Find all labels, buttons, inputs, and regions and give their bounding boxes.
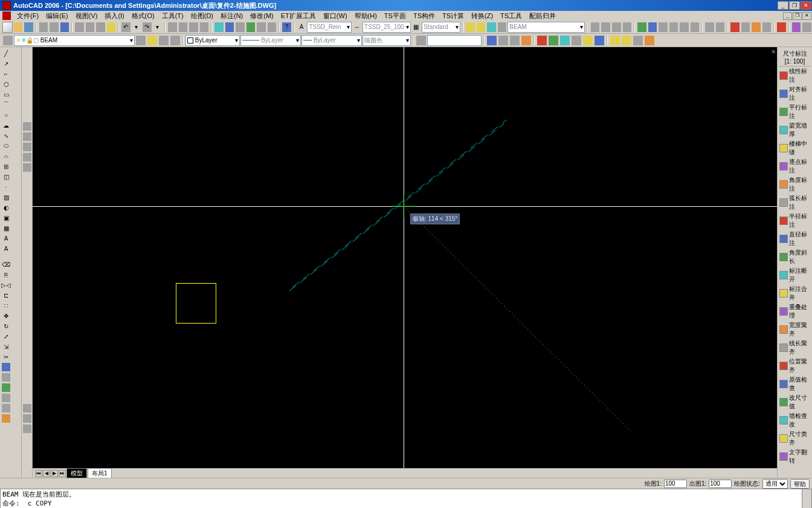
layer-state-button[interactable] [158,35,169,46]
doc-close-button[interactable]: ✕ [802,12,811,20]
rpanel-item[interactable]: 逐点标注 [779,157,811,175]
ellipse-arc-tool[interactable]: ⌓ [1,151,11,161]
ref-3[interactable] [509,35,520,46]
fillet-tool[interactable] [1,393,11,403]
rpanel-item[interactable]: 线长聚齐 [779,339,811,357]
rpanel-item[interactable]: 宽度聚齐 [779,321,811,339]
draw-state-select[interactable]: 通用 [762,479,788,489]
menu-file[interactable]: 文件(F) [13,11,42,21]
command-input-mini[interactable] [427,35,482,46]
redo-button[interactable]: ↷ [142,22,152,33]
polygon-tool[interactable]: ⬡ [1,79,11,89]
rpanel-item[interactable]: 角度标注 [779,175,811,194]
rotate-tool[interactable]: ↻ [1,321,11,331]
ref-2[interactable] [498,35,509,46]
tablestyle-select[interactable]: Standard▾ [422,22,460,33]
menu-convert[interactable]: 转换(Z) [468,11,497,21]
rpanel-item[interactable]: 线性标注 [779,67,811,85]
spline-tool[interactable]: ∿ [1,131,11,140]
ref-4[interactable] [521,35,532,46]
tab-model[interactable]: 模型 [66,468,87,478]
color-select[interactable]: ByLayer▾ [185,35,240,46]
rpanel-item[interactable]: 对齐标注 [779,85,811,103]
tab-nav-last[interactable]: ⏭ [59,470,66,477]
rpanel-item[interactable]: 弧长标注 [779,194,811,212]
table-tool[interactable]: ▦ [1,223,11,233]
rpanel-item[interactable]: 文字翻转 [779,448,811,466]
break-tool[interactable] [1,373,11,382]
preview-button[interactable] [49,22,59,33]
trim-tool[interactable]: ✂ [1,352,11,362]
props-button[interactable] [214,22,224,33]
text-tool[interactable]: A [1,244,11,253]
dc-button[interactable] [225,22,235,33]
menu-rebar[interactable]: 配筋归并 [526,11,559,21]
sheet-button[interactable] [246,22,256,33]
modify-7[interactable] [658,22,668,33]
array-tool[interactable]: ∷ [1,301,11,310]
undo-dd[interactable]: ▾ [132,22,142,33]
modify-19[interactable] [802,22,812,33]
scale-tool[interactable]: ⤢ [1,331,11,341]
rpanel-item[interactable]: 楼梯中缝 [779,139,811,157]
zoom-prev-button[interactable] [199,22,210,33]
ellipse-tool[interactable]: ⬭ [1,141,11,151]
copy-tool[interactable]: ⎘ [1,270,11,279]
ts-7[interactable] [610,35,620,46]
menu-window[interactable]: 窗口(W) [320,11,351,21]
layer-icon-3[interactable] [486,22,497,33]
region-tool[interactable]: ▣ [1,213,11,223]
ts-5[interactable] [582,35,593,46]
calc-button[interactable] [267,22,277,33]
linetype-select[interactable]: ──── ByLayer▾ [240,35,301,46]
menu-tstool[interactable]: TS工具 [497,11,526,21]
plotstyle-select[interactable]: 随颜色▾ [362,35,411,46]
layer-iso-button[interactable] [147,35,158,46]
menu-tscomp[interactable]: TS构件 [410,11,439,21]
rpanel-item[interactable]: 重叠处理 [779,302,811,321]
modify-2[interactable] [601,22,611,33]
menu-tools[interactable]: 工具(T) [158,11,187,21]
zoom-rt-button[interactable] [178,22,188,33]
close-button[interactable]: ✕ [801,1,811,10]
plot-scale-input[interactable] [709,480,732,488]
menu-insert[interactable]: 插入(I) [101,11,127,21]
gradient-tool[interactable]: ◐ [1,203,11,212]
modify-3[interactable] [611,22,622,33]
modify-8[interactable] [669,22,679,33]
mtext-tool[interactable]: A [1,233,11,243]
doc-minimize-button[interactable]: _ [783,12,792,20]
modify-15[interactable] [751,22,761,33]
line-tool[interactable]: ╱ [1,48,11,58]
menu-modify[interactable]: 修改(M) [246,11,277,21]
mirror-tool[interactable]: ▷◁ [1,280,11,290]
insert-tool[interactable]: ⊞ [1,161,11,171]
markup-button[interactable] [256,22,266,33]
s1[interactable] [22,122,32,131]
tab-layout1[interactable]: 布局1 [88,468,112,478]
help-small-button[interactable]: 帮助 [790,479,810,489]
modify-1[interactable] [590,22,601,33]
rpanel-item[interactable]: 标注断开 [779,266,811,284]
menu-help[interactable]: 帮助(H) [351,11,381,21]
offset-tool[interactable]: ⊏ [1,290,11,300]
pline-tool[interactable]: ⌐ [1,69,11,79]
ts-8[interactable] [621,35,632,46]
extend-tool[interactable] [1,362,11,372]
modify-10[interactable] [690,22,700,33]
layer-match-button[interactable] [170,35,181,46]
layer-prev-button[interactable] [135,35,146,46]
s7[interactable] [22,414,32,423]
textstyle-icon[interactable]: A [297,22,307,33]
ref-1[interactable] [486,35,497,46]
modify-17[interactable] [776,22,787,33]
arc-tool[interactable]: ⌒ [1,100,11,109]
tool-palettes-button[interactable] [235,22,245,33]
ts-10[interactable] [644,35,655,46]
extra-tool[interactable] [1,414,11,423]
layer-icon-4[interactable] [497,22,507,33]
s8[interactable] [22,424,32,434]
ts-4[interactable] [571,35,582,46]
modify-12[interactable] [715,22,726,33]
publish-button[interactable] [60,22,70,33]
